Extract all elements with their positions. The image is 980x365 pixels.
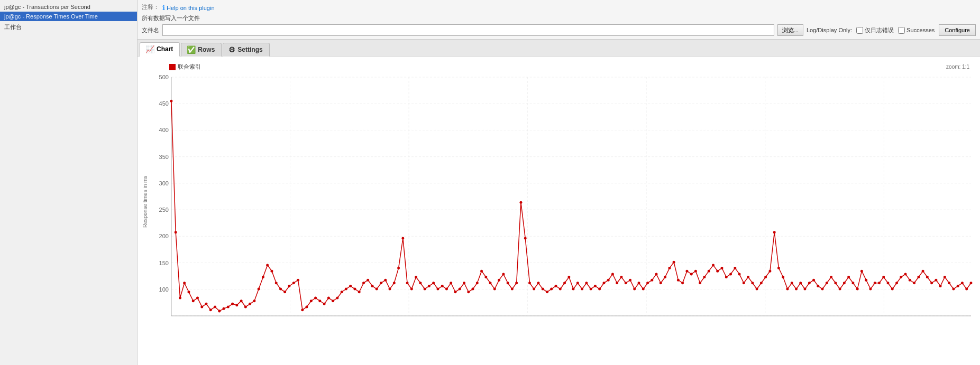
svg-point-108	[524, 237, 527, 240]
svg-point-117	[563, 282, 566, 284]
legend-color-swatch	[169, 64, 176, 70]
svg-point-167	[782, 276, 784, 278]
svg-point-86	[428, 285, 431, 287]
svg-point-75	[380, 282, 382, 284]
svg-point-154	[725, 276, 728, 278]
svg-point-206	[952, 288, 955, 291]
svg-point-127	[607, 279, 610, 282]
svg-point-204	[944, 276, 946, 278]
tab-settings[interactable]: ⚙ Settings	[223, 43, 269, 57]
tab-chart[interactable]: 📈 Chart	[140, 42, 180, 57]
rows-tab-icon: ✅	[187, 45, 196, 54]
svg-point-96	[472, 288, 474, 291]
svg-point-166	[777, 267, 780, 269]
svg-point-38	[218, 310, 221, 312]
svg-point-98	[480, 270, 483, 273]
svg-point-34	[200, 305, 203, 308]
svg-point-57	[301, 308, 304, 311]
svg-point-140	[664, 276, 666, 278]
svg-point-59	[310, 300, 313, 302]
svg-point-178	[830, 276, 832, 278]
configure-button[interactable]: Configure	[939, 24, 976, 36]
svg-point-131	[625, 282, 627, 284]
svg-point-171	[799, 282, 802, 284]
svg-point-180	[839, 288, 841, 291]
svg-point-130	[620, 276, 622, 278]
svg-point-175	[817, 285, 819, 287]
svg-point-74	[375, 288, 378, 291]
svg-point-102	[498, 279, 500, 282]
tab-rows[interactable]: ✅ Rows	[181, 43, 222, 57]
svg-point-152	[716, 270, 719, 273]
svg-point-200	[926, 276, 929, 278]
svg-point-46	[253, 300, 255, 302]
errors-only-checkbox-label[interactable]: 仅日志错误	[856, 26, 894, 34]
svg-point-84	[419, 282, 422, 284]
tab-rows-label: Rows	[198, 46, 215, 53]
svg-point-93	[459, 288, 461, 291]
svg-point-135	[642, 288, 645, 291]
svg-point-207	[957, 285, 959, 287]
svg-point-149	[703, 276, 706, 278]
svg-point-183	[851, 282, 854, 284]
svg-point-187	[869, 288, 872, 291]
svg-point-71	[362, 282, 365, 284]
svg-point-113	[546, 291, 548, 293]
svg-point-155	[729, 273, 732, 275]
file-input[interactable]	[162, 24, 774, 36]
svg-point-45	[249, 303, 251, 305]
svg-point-184	[856, 288, 859, 291]
chart-legend: 联合索引 zoom: 1:1	[138, 61, 976, 72]
info-icon: ℹ	[162, 4, 165, 12]
tab-settings-label: Settings	[237, 46, 262, 53]
svg-point-202	[935, 279, 937, 282]
svg-point-129	[616, 282, 618, 284]
svg-point-68	[349, 285, 352, 287]
svg-point-66	[341, 291, 343, 293]
errors-only-checkbox[interactable]	[856, 27, 863, 34]
all-data-row: 所有数据写入一个文件	[142, 14, 976, 22]
svg-point-150	[708, 270, 710, 273]
legend-label: 联合索引	[178, 63, 201, 71]
svg-point-193	[895, 282, 898, 284]
svg-text:250: 250	[159, 207, 169, 213]
svg-point-33	[196, 297, 199, 300]
sidebar-item-label: jp@gc - Transactions per Second	[4, 4, 90, 10]
sidebar-item-transactions[interactable]: jp@gc - Transactions per Second	[0, 2, 137, 12]
svg-point-199	[922, 270, 924, 273]
svg-point-156	[734, 267, 736, 269]
svg-point-109	[528, 282, 531, 284]
svg-point-107	[519, 201, 522, 204]
chart-inner: 500 450 400 350 300 250 200 150 100	[150, 72, 974, 332]
svg-point-163	[764, 276, 767, 278]
browse-button[interactable]: 浏览...	[777, 24, 803, 36]
successes-checkbox[interactable]	[898, 27, 905, 34]
svg-point-173	[808, 282, 811, 284]
file-row: 文件名 浏览... Log/Display Only: 仅日志错误 Succes…	[142, 24, 976, 36]
svg-point-169	[791, 282, 793, 284]
svg-point-28	[175, 231, 177, 233]
svg-point-116	[559, 288, 562, 291]
chart-svg: 500 450 400 350 300 250 200 150 100	[150, 72, 974, 332]
svg-point-85	[424, 288, 426, 291]
svg-point-48	[262, 276, 264, 278]
svg-point-30	[183, 282, 186, 284]
svg-point-37	[214, 305, 216, 308]
svg-point-162	[760, 282, 763, 284]
successes-checkbox-label[interactable]: Successes	[898, 27, 935, 34]
tab-chart-label: Chart	[157, 45, 173, 53]
svg-point-67	[345, 288, 347, 291]
svg-point-168	[786, 288, 789, 291]
log-display-label: Log/Display Only:	[807, 27, 852, 33]
svg-point-179	[834, 282, 837, 284]
svg-point-194	[900, 276, 902, 278]
svg-point-99	[484, 276, 487, 278]
svg-point-91	[450, 282, 452, 284]
svg-text:450: 450	[159, 100, 169, 107]
chart-area: 联合索引 zoom: 1:1 Response times in ms	[138, 57, 980, 365]
svg-point-121	[581, 288, 583, 291]
svg-point-92	[454, 291, 456, 293]
help-link[interactable]: ℹ Help on this plugin	[162, 4, 215, 12]
sidebar-item-response-times[interactable]: jp@gc - Response Times Over Time	[0, 12, 137, 21]
svg-point-72	[367, 279, 369, 282]
